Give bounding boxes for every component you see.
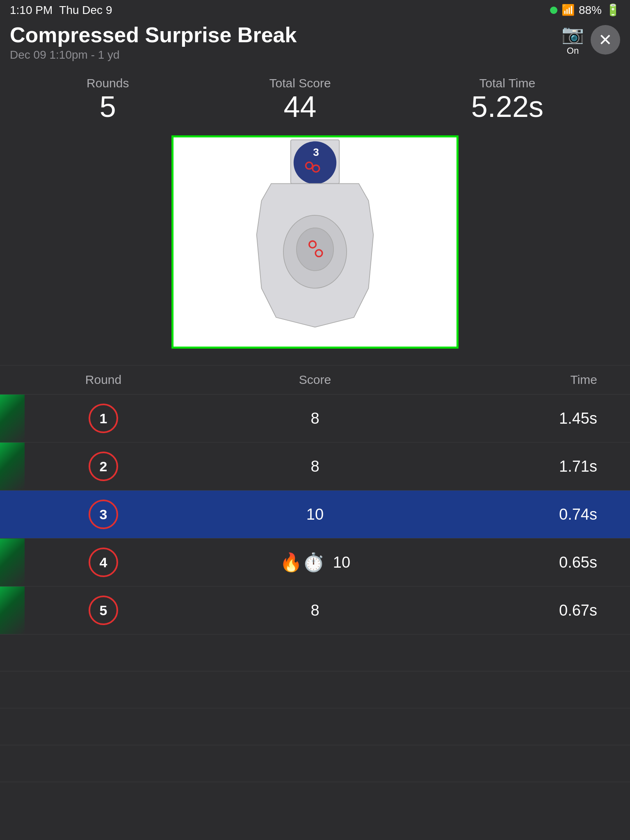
battery-icon: 🔋 [606,3,620,17]
target-svg: 3 [173,137,457,347]
stat-rounds: Rounds 5 [87,76,129,121]
score-value: 8 [310,458,319,475]
round-badge: 2 [89,452,118,481]
close-icon: ✕ [598,30,612,49]
score-cell: 8 [174,602,456,619]
score-value: 44 [284,92,317,121]
table-header: Round Score Time [0,365,630,395]
time-cell: 0.65s [456,554,597,571]
svg-point-7 [297,228,333,271]
header: Compressed Surprise Break Dec 09 1:10pm … [0,20,630,70]
table-row[interactable]: 3100.74s [0,491,630,539]
score-value: 10 [306,506,324,523]
col-header-score: Score [174,373,456,387]
time-cell: 0.67s [456,602,597,619]
time-cell: 0.74s [456,506,597,523]
stat-time: Total Time 5.22s [471,76,543,121]
battery-level: 88% [579,4,602,17]
round-cell: 3 [33,500,174,529]
time-cell: 1.71s [456,458,597,475]
active-dot [550,7,557,14]
col-header-time: Time [456,373,597,387]
table-row[interactable]: 181.45s [0,395,630,443]
status-bar: 1:10 PM Thu Dec 9 📶 88% 🔋 [0,0,630,20]
score-value: 10 [333,554,350,571]
close-button[interactable]: ✕ [591,25,620,55]
status-left: 1:10 PM Thu Dec 9 [10,4,112,17]
target-container: 3 [0,131,630,353]
wifi-icon: 📶 [562,4,575,16]
page-title: Compressed Surprise Break [10,23,620,47]
rounds-label: Rounds [87,76,129,90]
table-section: Round Score Time 181.45s281.71s3100.74s4… [0,365,630,782]
round-badge: 4 [89,548,118,577]
empty-row-1 [0,635,630,671]
camera-label: On [567,46,579,56]
score-value: 8 [310,602,319,619]
time-label: Total Time [479,76,536,90]
col-header-round: Round [33,373,174,387]
green-bar [0,587,25,634]
svg-text:3: 3 [313,146,319,158]
empty-row-4 [0,745,630,782]
round-cell: 5 [33,596,174,625]
camera-button[interactable]: 📷 On [562,23,584,56]
table-row[interactable]: 580.67s [0,587,630,635]
table-row[interactable]: 281.71s [0,443,630,491]
green-bar [0,443,25,490]
empty-row-3 [0,708,630,745]
green-bar [0,395,25,442]
score-cell: 10 [174,506,456,523]
round-badge: 5 [89,596,118,625]
table-body: 181.45s281.71s3100.74s4🔥⏱️100.65s580.67s [0,395,630,635]
status-day: Thu Dec 9 [59,4,112,17]
target-wrapper: 3 [171,135,459,349]
round-cell: 4 [33,548,174,577]
rounds-value: 5 [100,92,116,121]
score-cell: 8 [174,458,456,475]
header-buttons: 📷 On ✕ [562,23,620,56]
empty-row-2 [0,671,630,708]
round-badge: 3 [89,500,118,529]
status-time: 1:10 PM [10,4,52,17]
score-cell: 8 [174,410,456,427]
score-value: 8 [310,410,319,427]
green-bar [0,539,25,586]
page-subtitle: Dec 09 1:10pm - 1 yd [10,48,620,62]
score-label: Total Score [269,76,331,90]
time-cell: 1.45s [456,410,597,427]
score-cell: 🔥⏱️10 [174,552,456,573]
speed-record-icon: 🔥⏱️ [280,552,325,573]
round-cell: 1 [33,404,174,433]
stats-row: Rounds 5 Total Score 44 Total Time 5.22s [0,70,630,131]
round-cell: 2 [33,452,174,481]
round-badge: 1 [89,404,118,433]
status-right: 📶 88% 🔋 [550,3,620,17]
camera-icon: 📷 [562,23,584,45]
stat-score: Total Score 44 [269,76,331,121]
table-row[interactable]: 4🔥⏱️100.65s [0,539,630,587]
time-value: 5.22s [471,92,543,121]
